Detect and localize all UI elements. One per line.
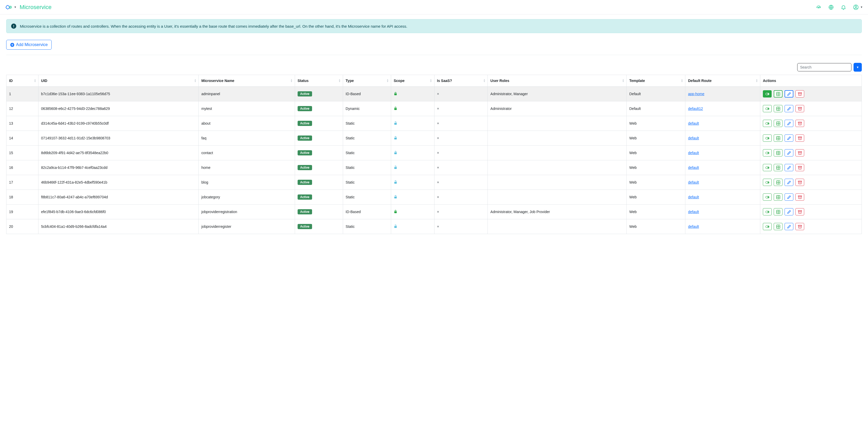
cell-name: jobcategory — [199, 190, 295, 204]
delete-button[interactable] — [796, 179, 804, 186]
route-link[interactable]: default12 — [688, 107, 703, 111]
globe-icon[interactable] — [828, 4, 834, 10]
cell-scope — [391, 116, 434, 131]
route-link[interactable]: default — [688, 224, 699, 229]
edit-button[interactable] — [784, 135, 793, 142]
cell-route: default — [685, 190, 760, 204]
col-header-actions: Actions — [760, 75, 862, 87]
sort-icon: ▲▼ — [338, 79, 341, 83]
route-link[interactable]: app-home — [688, 92, 704, 96]
table-row[interactable]: 17 46b9466f-122f-431a-82e5-4dbef590e41b … — [6, 175, 862, 190]
toggle-button[interactable] — [763, 90, 772, 97]
edit-button[interactable] — [784, 223, 793, 230]
bell-icon[interactable] — [841, 4, 846, 10]
table-row[interactable]: 13 d314c45a-6d41-43b2-9199-c9740b55c0df … — [6, 116, 862, 131]
toggle-button[interactable] — [763, 135, 772, 142]
col-header-name[interactable]: Microservice Name▲▼ — [199, 75, 295, 87]
toggle-button[interactable] — [763, 193, 772, 201]
table-row[interactable]: 18 f8b811c7-80a6-4247-ab4c-a70ef699704d … — [6, 190, 862, 204]
view-button[interactable] — [774, 135, 782, 142]
svg-rect-39 — [394, 152, 397, 154]
delete-button[interactable] — [796, 149, 804, 157]
table-row[interactable]: 1 b7c1d36e-153a-11ee-9383-1a1105e56d75 a… — [6, 87, 862, 102]
table-row[interactable]: 12 06385608-e6c2-4275-94d3-22dec788a629 … — [6, 102, 862, 116]
table-row[interactable]: 14 07149107-3632-4d11-91d2-15e3b9808703 … — [6, 131, 862, 146]
archive-icon — [798, 210, 802, 214]
col-header-uid[interactable]: UID▲▼ — [38, 75, 199, 87]
delete-button[interactable] — [796, 105, 804, 112]
view-button[interactable] — [774, 90, 782, 97]
route-link[interactable]: default — [688, 195, 699, 199]
view-button[interactable] — [774, 120, 782, 127]
toggle-button[interactable] — [763, 149, 772, 157]
col-header-id[interactable]: ID▲▼ — [6, 75, 38, 87]
route-link[interactable]: default — [688, 166, 699, 170]
status-badge: Active — [298, 180, 312, 185]
col-header-type[interactable]: Type▲▼ — [343, 75, 391, 87]
cell-status: Active — [295, 160, 343, 175]
edit-button[interactable] — [784, 179, 793, 186]
toggle-icon — [766, 210, 769, 214]
svg-point-41 — [768, 152, 769, 153]
cell-name: home — [199, 160, 295, 175]
delete-button[interactable] — [796, 208, 804, 216]
col-header-status[interactable]: Status▲▼ — [295, 75, 343, 87]
col-header-saas[interactable]: Is SaaS?▲▼ — [434, 75, 488, 87]
dashboard-icon[interactable] — [816, 4, 822, 10]
sort-icon: ▲▼ — [681, 79, 683, 83]
edit-button[interactable] — [784, 193, 793, 201]
toggle-button[interactable] — [763, 208, 772, 216]
table-row[interactable]: 16 82c2a9ca-b114-47f9-96b7-4cef0aa23cdd … — [6, 160, 862, 175]
view-button[interactable] — [774, 179, 782, 186]
route-link[interactable]: default — [688, 180, 699, 185]
toggle-button[interactable] — [763, 105, 772, 112]
view-button[interactable] — [774, 149, 782, 157]
view-button[interactable] — [774, 164, 782, 171]
route-link[interactable]: default — [688, 210, 699, 214]
view-button[interactable] — [774, 208, 782, 216]
toggle-button[interactable] — [763, 223, 772, 230]
cell-type: Static — [343, 175, 391, 190]
delete-button[interactable] — [796, 223, 804, 230]
table-row[interactable]: 15 8d6bb209-4f91-4d42-ae75-8f3548ea22b0 … — [6, 146, 862, 160]
view-button[interactable] — [774, 193, 782, 201]
col-header-route[interactable]: Default Route▲▼ — [685, 75, 760, 87]
toggle-button[interactable] — [763, 179, 772, 186]
edit-icon — [787, 180, 791, 185]
delete-button[interactable] — [796, 193, 804, 201]
edit-button[interactable] — [784, 149, 793, 157]
col-header-template[interactable]: Template▲▼ — [627, 75, 685, 87]
col-header-scope[interactable]: Scope▲▼ — [391, 75, 434, 87]
edit-button[interactable] — [784, 164, 793, 171]
status-badge: Active — [298, 121, 312, 126]
svg-point-9 — [768, 93, 769, 95]
table-row[interactable]: 19 efe1f845-b7db-4106-9ae3-6dc6cfd086f0 … — [6, 204, 862, 219]
x-icon: × — [437, 107, 439, 111]
route-link[interactable]: default — [688, 121, 699, 125]
view-button[interactable] — [774, 105, 782, 112]
col-header-roles[interactable]: User Roles▲▼ — [488, 75, 627, 87]
view-button[interactable] — [774, 223, 782, 230]
edit-button[interactable] — [784, 208, 793, 216]
delete-button[interactable] — [796, 120, 804, 127]
edit-button[interactable] — [784, 90, 793, 97]
svg-rect-85 — [798, 225, 801, 226]
toggle-button[interactable] — [763, 120, 772, 127]
delete-button[interactable] — [796, 164, 804, 171]
cell-saas: × — [434, 160, 488, 175]
delete-button[interactable] — [796, 90, 804, 97]
route-link[interactable]: default — [688, 151, 699, 155]
user-menu[interactable]: ▼ — [853, 4, 863, 10]
add-microservice-button[interactable]: Add Microservice — [6, 40, 52, 50]
cell-roles — [488, 146, 627, 160]
app-switcher[interactable]: ▼ — [5, 4, 17, 11]
delete-button[interactable] — [796, 135, 804, 142]
cell-id: 19 — [6, 204, 38, 219]
search-input[interactable] — [797, 63, 851, 72]
route-link[interactable]: default — [688, 136, 699, 140]
search-options-button[interactable]: ▼ — [854, 63, 862, 72]
toggle-button[interactable] — [763, 164, 772, 171]
edit-button[interactable] — [784, 120, 793, 127]
edit-button[interactable] — [784, 105, 793, 112]
table-row[interactable]: 20 5cbfc404-81a1-40d9-b266-8adcfdfa14a4 … — [6, 219, 862, 234]
